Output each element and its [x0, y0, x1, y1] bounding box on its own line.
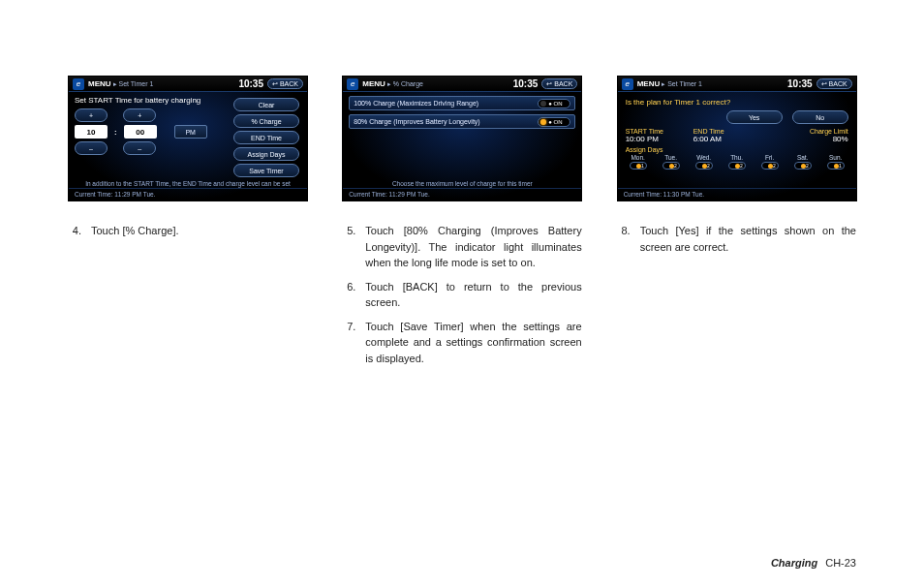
col-end: END Time — [693, 128, 761, 135]
current-time: Current Time: 11:29 PM Tue. — [69, 188, 307, 200]
menu-label: MENU — [637, 79, 661, 88]
menu-label: MENU — [88, 79, 111, 88]
pct-charge-button[interactable]: % Charge — [233, 114, 299, 128]
instruction-step: 6.Touch [BACK] to return to the previous… — [342, 279, 581, 311]
instruction-step: 4.Touch [% Charge]. — [68, 223, 307, 239]
instruction-step: 8.Touch [Yes] if the settings shown on t… — [617, 223, 856, 255]
charge-80-row[interactable]: 80% Charge (Improves Battery Longevity) … — [349, 114, 575, 129]
page-footer: ChargingCH-23 — [771, 557, 856, 569]
back-button[interactable]: ↩ BACK — [267, 78, 303, 89]
eco-icon: e — [622, 78, 633, 90]
instructions-col2: 5.Touch [80% Charging (Improves Battery … — [342, 223, 581, 366]
col-start: START Time — [626, 128, 693, 135]
clock: 10:35 — [787, 78, 813, 89]
yes-button[interactable]: Yes — [726, 110, 783, 124]
back-button[interactable]: ↩ BACK — [541, 78, 577, 89]
charge-100-indicator: ● ON — [538, 99, 570, 108]
eco-icon: e — [347, 78, 358, 90]
col-limit: Charge Limit — [761, 128, 848, 135]
val-start: 10:00 PM — [626, 135, 693, 143]
confirm-question: Is the plan for Timer 1 correct? — [626, 98, 848, 107]
charge-80-indicator: ● ON — [538, 117, 570, 127]
day-cell: Fri.2 — [757, 154, 783, 170]
end-time-button[interactable]: END Time — [233, 131, 299, 144]
instructions-col1: 4.Touch [% Charge]. — [68, 223, 307, 239]
val-limit: 80% — [761, 135, 848, 143]
instruction-step: 5.Touch [80% Charging (Improves Battery … — [342, 223, 581, 271]
assign-days-button[interactable]: Assign Days — [233, 147, 299, 161]
minute-plus-button[interactable]: + — [123, 108, 156, 122]
screen-confirm: e MENU ▸ Set Timer 1 10:35 ↩ BACK Is the… — [617, 76, 857, 201]
breadcrumb: ▸ Set Timer 1 — [113, 80, 154, 88]
back-button[interactable]: ↩ BACK — [816, 78, 852, 89]
current-time: Current Time: 11:30 PM Tue. — [618, 188, 856, 200]
day-cell: Mon.1 — [626, 154, 651, 170]
minute-minus-button[interactable]: – — [123, 141, 156, 155]
day-cell: Wed.2 — [692, 154, 717, 170]
current-time: Current Time: 11:29 PM Tue. — [343, 188, 581, 200]
hint-text: In addition to the START Time, the END T… — [69, 180, 307, 187]
prompt-text: Set START Time for battery charging — [75, 96, 233, 105]
day-cell: Tue.2 — [659, 154, 684, 170]
no-button[interactable]: No — [792, 110, 848, 124]
day-cell: Thu.2 — [724, 154, 750, 170]
screen-pct-charge: e MENU ▸ % Charge 10:35 ↩ BACK 100% Char… — [342, 76, 582, 201]
minute-value: 00 — [124, 125, 157, 139]
day-cell: Sat.2 — [790, 154, 816, 170]
val-end: 6:00 AM — [693, 135, 761, 143]
hour-minus-button[interactable]: – — [75, 141, 108, 155]
save-timer-button[interactable]: Save Timer — [233, 164, 299, 177]
day-cell: Sun.1 — [823, 154, 848, 170]
hour-value: 10 — [75, 125, 108, 139]
page-number: CH-23 — [825, 557, 856, 569]
eco-icon: e — [73, 78, 84, 90]
section-name: Charging — [771, 557, 817, 569]
charge-100-label: 100% Charge (Maximizes Driving Range) — [354, 100, 538, 107]
charge-100-row[interactable]: 100% Charge (Maximizes Driving Range) ● … — [349, 96, 575, 110]
breadcrumb: ▸ % Charge — [387, 80, 423, 88]
hint-text: Choose the maximum level of charge for t… — [343, 180, 581, 187]
assign-days-label: Assign Days — [618, 146, 856, 153]
charge-80-label: 80% Charge (Improves Battery Longevity) — [354, 118, 538, 125]
ampm-toggle[interactable]: PM — [174, 125, 207, 139]
clock: 10:35 — [513, 78, 539, 89]
clock: 10:35 — [238, 78, 263, 89]
screen-set-timer: e MENU ▸ Set Timer 1 10:35 ↩ BACK Set ST… — [68, 76, 308, 201]
breadcrumb: ▸ Set Timer 1 — [662, 80, 702, 88]
instruction-step: 7.Touch [Save Timer] when the settings a… — [342, 319, 581, 367]
menu-label: MENU — [362, 79, 385, 88]
hour-plus-button[interactable]: + — [75, 108, 108, 122]
instructions-col3: 8.Touch [Yes] if the settings shown on t… — [617, 223, 856, 255]
clear-button[interactable]: Clear — [233, 98, 299, 111]
